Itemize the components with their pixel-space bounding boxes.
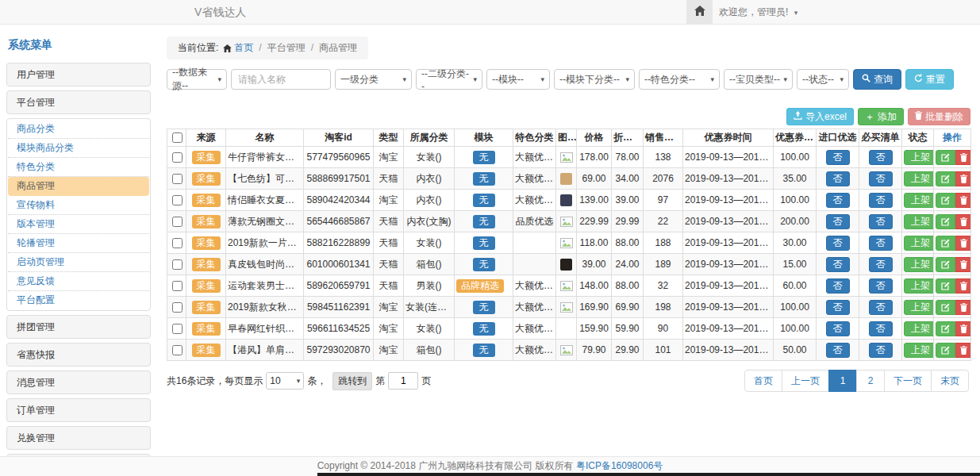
pager-first[interactable]: 首页	[744, 370, 782, 392]
must-buy-toggle-button[interactable]: 否	[869, 193, 893, 208]
reset-button[interactable]: 重置	[905, 69, 954, 90]
import-toggle-button[interactable]: 否	[826, 171, 850, 186]
sidebar-subitem-goods-manage[interactable]: 商品管理	[8, 177, 149, 196]
edit-button[interactable]	[936, 321, 955, 336]
status-button[interactable]: 上架	[904, 214, 934, 229]
status-button[interactable]: 上架	[904, 150, 934, 165]
sidebar-item-platform-manage[interactable]: 平台管理	[6, 90, 151, 114]
sidebar-subitem-goods-category[interactable]: 商品分类	[8, 120, 149, 139]
delete-button[interactable]	[955, 300, 971, 315]
row-checkbox[interactable]	[172, 217, 183, 227]
must-buy-toggle-button[interactable]: 否	[869, 300, 893, 315]
must-buy-toggle-button[interactable]: 否	[869, 343, 893, 358]
delete-button[interactable]	[955, 278, 971, 294]
filter-level1-category-select[interactable]: 一级分类▾	[335, 69, 412, 90]
sidebar-subitem-splash-manage[interactable]: 启动页管理	[8, 253, 149, 272]
delete-button[interactable]	[955, 193, 971, 208]
sidebar-item-saving-express[interactable]: 省惠快报	[6, 343, 151, 367]
edit-button[interactable]	[936, 171, 955, 186]
batch-delete-button[interactable]: 批量删除	[908, 108, 970, 125]
row-checkbox[interactable]	[172, 195, 183, 205]
import-excel-button[interactable]: 导入excel	[786, 108, 854, 125]
sidebar-item-user-manage[interactable]: 用户管理	[6, 63, 151, 86]
select-all-checkbox[interactable]	[172, 132, 183, 143]
sidebar-subitem-promo-materials[interactable]: 宣传物料	[8, 196, 149, 215]
status-button[interactable]: 上架	[904, 278, 934, 294]
must-buy-toggle-button[interactable]: 否	[869, 236, 893, 251]
delete-button[interactable]	[955, 321, 971, 336]
filter-level2-category-select[interactable]: --二级分类--▾	[416, 69, 482, 90]
edit-button[interactable]	[936, 278, 955, 294]
row-checkbox[interactable]	[172, 324, 183, 334]
user-menu[interactable]: 欢迎您，管理员! ▾	[719, 0, 797, 25]
sidebar-item-message-manage[interactable]: 消息管理	[6, 370, 151, 394]
pager-page-2[interactable]: 2	[856, 370, 885, 392]
import-toggle-button[interactable]: 否	[826, 150, 850, 165]
icp-link[interactable]: 粤ICP备16098006号	[576, 460, 663, 471]
add-button[interactable]: ＋ 添加	[858, 108, 904, 125]
delete-button[interactable]	[955, 171, 971, 186]
row-checkbox[interactable]	[172, 302, 183, 313]
edit-button[interactable]	[936, 300, 955, 315]
home-button[interactable]	[686, 0, 713, 24]
query-button[interactable]: 查询	[853, 69, 901, 90]
delete-button[interactable]	[955, 214, 971, 229]
per-page-select[interactable]: 10 ▾	[266, 372, 304, 390]
filter-module-select[interactable]: --模块--▾	[486, 69, 550, 90]
status-button[interactable]: 上架	[904, 193, 934, 208]
status-button[interactable]: 上架	[904, 257, 934, 272]
import-toggle-button[interactable]: 否	[826, 257, 850, 272]
row-checkbox[interactable]	[172, 238, 183, 248]
edit-button[interactable]	[936, 343, 955, 358]
must-buy-toggle-button[interactable]: 否	[869, 278, 893, 294]
pager-page-1[interactable]: 1	[828, 370, 857, 392]
status-button[interactable]: 上架	[904, 300, 934, 315]
sidebar-item-groupbuy-manage[interactable]: 拼团管理	[6, 315, 151, 339]
edit-button[interactable]	[936, 150, 955, 165]
import-toggle-button[interactable]: 否	[826, 321, 850, 336]
import-toggle-button[interactable]: 否	[826, 278, 850, 294]
sidebar-subitem-feedback[interactable]: 意见反馈	[8, 272, 149, 291]
sidebar-subitem-module-goods-category[interactable]: 模块商品分类	[8, 139, 149, 158]
jump-button[interactable]: 跳转到	[332, 372, 372, 390]
must-buy-toggle-button[interactable]: 否	[869, 171, 893, 186]
edit-button[interactable]	[936, 236, 955, 251]
filter-status-select[interactable]: --状态--▾	[797, 69, 849, 90]
sidebar-subitem-featured-category[interactable]: 特色分类	[8, 158, 149, 177]
row-checkbox[interactable]	[172, 152, 183, 163]
pager-prev[interactable]: 上一页	[782, 370, 829, 392]
filter-name-input[interactable]	[231, 69, 331, 90]
status-button[interactable]: 上架	[904, 171, 934, 186]
sidebar-item-exchange-manage[interactable]: 兑换管理	[6, 426, 151, 450]
import-toggle-button[interactable]: 否	[826, 300, 850, 315]
row-checkbox[interactable]	[172, 281, 183, 291]
sidebar-subitem-version-manage[interactable]: 版本管理	[8, 215, 149, 234]
sidebar-subitem-carousel-manage[interactable]: 轮播管理	[8, 234, 149, 253]
must-buy-toggle-button[interactable]: 否	[869, 214, 893, 229]
edit-button[interactable]	[936, 193, 955, 208]
edit-button[interactable]	[936, 214, 955, 229]
must-buy-toggle-button[interactable]: 否	[869, 150, 893, 165]
import-toggle-button[interactable]: 否	[826, 193, 850, 208]
edit-button[interactable]	[936, 257, 955, 272]
delete-button[interactable]	[955, 257, 971, 272]
row-checkbox[interactable]	[172, 345, 183, 355]
filter-data-source-select[interactable]: --数据来源--▾	[167, 69, 227, 90]
import-toggle-button[interactable]: 否	[826, 214, 850, 229]
must-buy-toggle-button[interactable]: 否	[869, 321, 893, 336]
filter-module-subcategory-select[interactable]: --模块下分类--▾	[554, 69, 635, 90]
delete-button[interactable]	[955, 236, 971, 251]
delete-button[interactable]	[955, 150, 971, 165]
filter-item-type-select[interactable]: --宝贝类型--▾	[724, 69, 793, 90]
delete-button[interactable]	[955, 343, 971, 358]
sidebar-subitem-platform-config[interactable]: 平台配置	[8, 291, 149, 309]
breadcrumb-home-link[interactable]: 首页	[234, 42, 253, 53]
row-checkbox[interactable]	[172, 259, 183, 270]
status-button[interactable]: 上架	[904, 236, 934, 251]
filter-featured-category-select[interactable]: --特色分类--▾	[639, 69, 720, 90]
jump-page-input[interactable]	[388, 372, 418, 390]
pager-next[interactable]: 下一页	[884, 370, 932, 392]
must-buy-toggle-button[interactable]: 否	[869, 257, 893, 272]
status-button[interactable]: 上架	[904, 321, 934, 336]
import-toggle-button[interactable]: 否	[826, 343, 850, 358]
